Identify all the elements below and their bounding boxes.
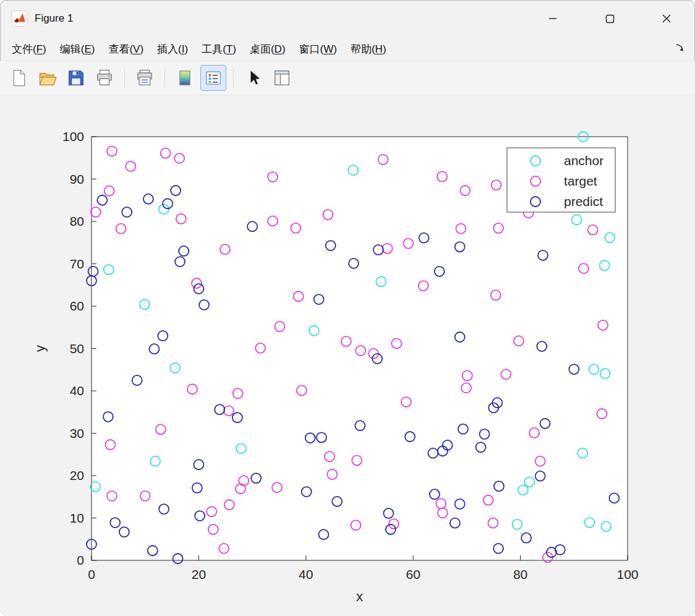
x-tick-label: 60: [406, 567, 420, 581]
colormap-icon[interactable]: [172, 65, 198, 91]
menu-item-f[interactable]: 文件(F): [7, 40, 51, 58]
y-tick-label: 70: [70, 257, 84, 271]
menu-item-e[interactable]: 编辑(E): [56, 40, 100, 58]
maximize-button[interactable]: [600, 9, 620, 28]
print-icon[interactable]: [92, 65, 117, 91]
save-icon[interactable]: [63, 65, 89, 91]
y-tick-label: 50: [70, 341, 84, 356]
legend-label-predict: predict: [564, 194, 603, 208]
toolbar-separator: [124, 69, 125, 87]
menu-item-t[interactable]: 工具(T): [197, 40, 241, 58]
legend[interactable]: anchortargetpredict: [507, 148, 615, 212]
y-tick-label: 0: [77, 553, 84, 567]
matlab-logo-icon: [11, 11, 27, 27]
x-axis-label: x: [356, 589, 363, 604]
legend-label-target: target: [564, 174, 597, 188]
y-axis-label: y: [32, 345, 48, 352]
y-tick-label: 80: [70, 214, 84, 228]
property-inspector-icon[interactable]: [269, 65, 295, 91]
toolbar-separator: [233, 69, 234, 87]
figure-window: Figure 1 文件(F)编辑(E)查看(V)插入(I)工具(T)桌面(D)窗…: [0, 0, 695, 616]
toolbar: [0, 61, 695, 95]
legend-label-anchor: anchor: [564, 153, 603, 168]
y-tick-label: 20: [70, 468, 84, 482]
y-tick-label: 100: [62, 129, 84, 143]
dock-figure-icon[interactable]: [673, 41, 688, 58]
menu-item-w[interactable]: 窗口(W): [295, 40, 341, 58]
x-tick-label: 80: [513, 567, 527, 581]
menu-item-h[interactable]: 帮助(H): [346, 40, 391, 58]
edit-plot-icon[interactable]: [241, 65, 266, 91]
insert-legend-icon[interactable]: [200, 65, 226, 91]
title-bar: Figure 1: [0, 0, 695, 37]
menu-item-d[interactable]: 桌面(D): [245, 40, 290, 58]
y-axis: 0102030405060708090100y: [32, 129, 96, 567]
menu-bar: 文件(F)编辑(E)查看(V)插入(I)工具(T)桌面(D)窗口(W)帮助(H): [0, 37, 695, 61]
x-tick-label: 100: [616, 567, 638, 581]
y-tick-label: 40: [70, 383, 84, 398]
y-tick-label: 10: [70, 511, 84, 525]
x-tick-label: 40: [299, 567, 313, 581]
y-tick-label: 90: [70, 172, 84, 186]
print-preview-icon[interactable]: [132, 65, 158, 91]
window-title: Figure 1: [35, 12, 73, 25]
plot-canvas[interactable]: 020406080100x0102030405060708090100yanch…: [0, 95, 695, 616]
close-button[interactable]: [657, 9, 676, 28]
minimize-button[interactable]: [543, 9, 563, 28]
figure-area: 020406080100x0102030405060708090100yanch…: [0, 95, 695, 616]
open-folder-icon[interactable]: [35, 65, 61, 91]
window-controls: [543, 9, 695, 28]
y-tick-label: 60: [70, 299, 84, 313]
toolbar-separator: [164, 69, 165, 87]
new-figure-icon[interactable]: [6, 65, 32, 91]
menu-item-i[interactable]: 插入(I): [153, 40, 192, 58]
x-tick-label: 0: [88, 567, 95, 581]
y-tick-label: 30: [70, 426, 84, 440]
x-tick-label: 20: [192, 567, 206, 581]
menu-item-v[interactable]: 查看(V): [104, 40, 148, 58]
x-axis: 020406080100x: [88, 555, 638, 604]
